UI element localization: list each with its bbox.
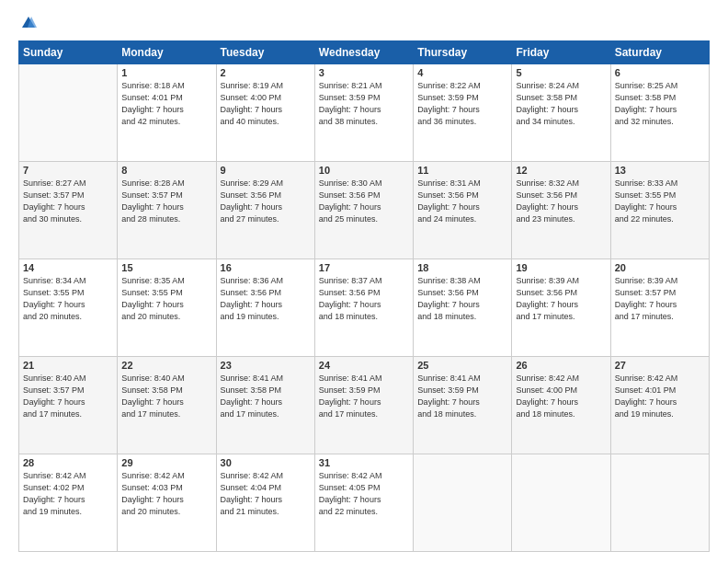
day-number: 11	[417, 165, 507, 176]
day-number: 25	[417, 360, 507, 371]
day-info: Sunrise: 8:34 AMSunset: 3:55 PMDaylight:…	[23, 275, 113, 323]
day-info: Sunrise: 8:42 AMSunset: 4:03 PMDaylight:…	[121, 470, 211, 518]
calendar-cell: 6Sunrise: 8:25 AMSunset: 3:58 PMDaylight…	[610, 64, 709, 162]
day-info: Sunrise: 8:42 AMSunset: 4:02 PMDaylight:…	[23, 470, 113, 518]
day-number: 12	[516, 165, 606, 176]
calendar-cell: 1Sunrise: 8:18 AMSunset: 4:01 PMDaylight…	[118, 64, 216, 162]
day-info: Sunrise: 8:29 AMSunset: 3:56 PMDaylight:…	[221, 178, 311, 225]
calendar-header-sunday: Sunday	[19, 41, 118, 64]
calendar-cell	[610, 454, 709, 552]
day-number: 4	[417, 67, 507, 78]
day-number: 15	[121, 262, 211, 273]
day-number: 26	[516, 360, 606, 371]
calendar-cell: 11Sunrise: 8:31 AMSunset: 3:56 PMDayligh…	[414, 162, 512, 259]
day-info: Sunrise: 8:28 AMSunset: 3:57 PMDaylight:…	[121, 178, 211, 225]
calendar-cell	[512, 454, 610, 552]
calendar-header-tuesday: Tuesday	[216, 41, 314, 64]
calendar-cell: 2Sunrise: 8:19 AMSunset: 4:00 PMDaylight…	[216, 64, 314, 162]
day-info: Sunrise: 8:32 AMSunset: 3:56 PMDaylight:…	[516, 178, 606, 225]
day-info: Sunrise: 8:22 AMSunset: 3:59 PMDaylight:…	[417, 80, 507, 128]
day-info: Sunrise: 8:39 AMSunset: 3:57 PMDaylight:…	[615, 275, 705, 323]
calendar-cell: 31Sunrise: 8:42 AMSunset: 4:05 PMDayligh…	[314, 454, 413, 552]
day-info: Sunrise: 8:33 AMSunset: 3:55 PMDaylight:…	[615, 178, 705, 225]
calendar-week-row: 1Sunrise: 8:18 AMSunset: 4:01 PMDaylight…	[19, 64, 710, 162]
calendar-cell: 5Sunrise: 8:24 AMSunset: 3:58 PMDaylight…	[512, 64, 610, 162]
calendar-cell: 18Sunrise: 8:38 AMSunset: 3:56 PMDayligh…	[414, 259, 512, 357]
calendar-header-row: SundayMondayTuesdayWednesdayThursdayFrid…	[19, 41, 710, 64]
calendar-cell: 8Sunrise: 8:28 AMSunset: 3:57 PMDaylight…	[118, 162, 216, 259]
calendar-cell: 3Sunrise: 8:21 AMSunset: 3:59 PMDaylight…	[314, 64, 413, 162]
day-number: 24	[319, 360, 409, 371]
day-number: 28	[23, 457, 113, 468]
day-info: Sunrise: 8:39 AMSunset: 3:56 PMDaylight:…	[516, 275, 606, 323]
day-number: 20	[615, 262, 705, 273]
day-info: Sunrise: 8:18 AMSunset: 4:01 PMDaylight:…	[121, 80, 211, 128]
day-info: Sunrise: 8:40 AMSunset: 3:57 PMDaylight:…	[23, 373, 113, 420]
day-number: 29	[121, 457, 211, 468]
calendar-cell: 24Sunrise: 8:41 AMSunset: 3:59 PMDayligh…	[314, 357, 413, 454]
calendar-cell: 4Sunrise: 8:22 AMSunset: 3:59 PMDaylight…	[414, 64, 512, 162]
calendar-cell: 26Sunrise: 8:42 AMSunset: 4:00 PMDayligh…	[512, 357, 610, 454]
day-info: Sunrise: 8:21 AMSunset: 3:59 PMDaylight:…	[319, 80, 409, 128]
day-number: 22	[121, 360, 211, 371]
calendar-cell: 12Sunrise: 8:32 AMSunset: 3:56 PMDayligh…	[512, 162, 610, 259]
day-info: Sunrise: 8:36 AMSunset: 3:56 PMDaylight:…	[221, 275, 311, 323]
calendar-cell: 20Sunrise: 8:39 AMSunset: 3:57 PMDayligh…	[610, 259, 709, 357]
calendar-cell: 15Sunrise: 8:35 AMSunset: 3:55 PMDayligh…	[118, 259, 216, 357]
calendar-week-row: 28Sunrise: 8:42 AMSunset: 4:02 PMDayligh…	[19, 454, 710, 552]
calendar-cell: 9Sunrise: 8:29 AMSunset: 3:56 PMDaylight…	[216, 162, 314, 259]
day-info: Sunrise: 8:31 AMSunset: 3:56 PMDaylight:…	[417, 178, 507, 225]
header	[18, 15, 710, 31]
day-number: 31	[319, 457, 409, 468]
logo-icon	[20, 15, 37, 31]
calendar-cell: 17Sunrise: 8:37 AMSunset: 3:56 PMDayligh…	[314, 259, 413, 357]
day-info: Sunrise: 8:41 AMSunset: 3:59 PMDaylight:…	[417, 373, 507, 420]
day-info: Sunrise: 8:41 AMSunset: 3:59 PMDaylight:…	[319, 373, 409, 420]
day-info: Sunrise: 8:41 AMSunset: 3:58 PMDaylight:…	[221, 373, 311, 420]
day-number: 19	[516, 262, 606, 273]
calendar-week-row: 21Sunrise: 8:40 AMSunset: 3:57 PMDayligh…	[19, 357, 710, 454]
day-number: 18	[417, 262, 507, 273]
day-number: 6	[615, 67, 705, 78]
day-number: 21	[23, 360, 113, 371]
calendar-cell: 14Sunrise: 8:34 AMSunset: 3:55 PMDayligh…	[19, 259, 118, 357]
calendar-header-friday: Friday	[512, 41, 610, 64]
calendar-header-monday: Monday	[118, 41, 216, 64]
day-number: 1	[121, 67, 211, 78]
day-number: 5	[516, 67, 606, 78]
day-number: 13	[615, 165, 705, 176]
day-info: Sunrise: 8:19 AMSunset: 4:00 PMDaylight:…	[221, 80, 311, 128]
day-info: Sunrise: 8:35 AMSunset: 3:55 PMDaylight:…	[121, 275, 211, 323]
day-info: Sunrise: 8:25 AMSunset: 3:58 PMDaylight:…	[615, 80, 705, 128]
calendar-cell: 30Sunrise: 8:42 AMSunset: 4:04 PMDayligh…	[216, 454, 314, 552]
day-number: 27	[615, 360, 705, 371]
day-info: Sunrise: 8:40 AMSunset: 3:58 PMDaylight:…	[121, 373, 211, 420]
calendar-header-thursday: Thursday	[414, 41, 512, 64]
day-info: Sunrise: 8:42 AMSunset: 4:01 PMDaylight:…	[615, 373, 705, 420]
calendar-cell: 16Sunrise: 8:36 AMSunset: 3:56 PMDayligh…	[216, 259, 314, 357]
calendar-cell: 22Sunrise: 8:40 AMSunset: 3:58 PMDayligh…	[118, 357, 216, 454]
day-info: Sunrise: 8:38 AMSunset: 3:56 PMDaylight:…	[417, 275, 507, 323]
logo	[18, 15, 37, 31]
calendar-week-row: 7Sunrise: 8:27 AMSunset: 3:57 PMDaylight…	[19, 162, 710, 259]
day-info: Sunrise: 8:42 AMSunset: 4:04 PMDaylight:…	[221, 470, 311, 518]
day-number: 2	[221, 67, 311, 78]
calendar-cell: 25Sunrise: 8:41 AMSunset: 3:59 PMDayligh…	[414, 357, 512, 454]
day-number: 8	[121, 165, 211, 176]
day-number: 3	[319, 67, 409, 78]
calendar-cell: 10Sunrise: 8:30 AMSunset: 3:56 PMDayligh…	[314, 162, 413, 259]
calendar-cell: 27Sunrise: 8:42 AMSunset: 4:01 PMDayligh…	[610, 357, 709, 454]
calendar-cell: 7Sunrise: 8:27 AMSunset: 3:57 PMDaylight…	[19, 162, 118, 259]
calendar-week-row: 14Sunrise: 8:34 AMSunset: 3:55 PMDayligh…	[19, 259, 710, 357]
day-info: Sunrise: 8:42 AMSunset: 4:00 PMDaylight:…	[516, 373, 606, 420]
calendar-cell: 28Sunrise: 8:42 AMSunset: 4:02 PMDayligh…	[19, 454, 118, 552]
day-number: 14	[23, 262, 113, 273]
day-number: 7	[23, 165, 113, 176]
calendar-cell: 13Sunrise: 8:33 AMSunset: 3:55 PMDayligh…	[610, 162, 709, 259]
calendar-cell: 29Sunrise: 8:42 AMSunset: 4:03 PMDayligh…	[118, 454, 216, 552]
day-number: 30	[221, 457, 311, 468]
day-number: 17	[319, 262, 409, 273]
day-number: 9	[221, 165, 311, 176]
day-info: Sunrise: 8:27 AMSunset: 3:57 PMDaylight:…	[23, 178, 113, 225]
calendar-cell: 19Sunrise: 8:39 AMSunset: 3:56 PMDayligh…	[512, 259, 610, 357]
